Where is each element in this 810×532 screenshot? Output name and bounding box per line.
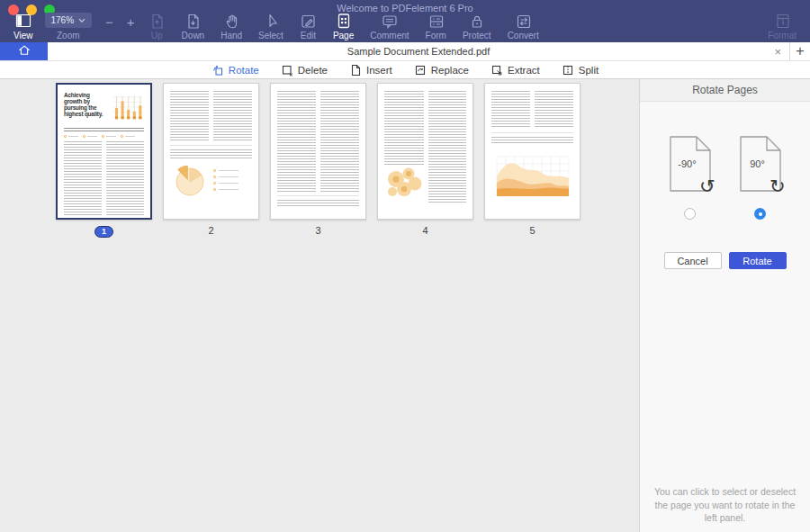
selected-page-badge: 1 [94, 226, 113, 238]
view-button[interactable]: View [5, 13, 41, 41]
page-slot-2: 2 [163, 83, 259, 239]
rotate-panel-buttons: Cancel Rotate [640, 252, 810, 269]
convert-label: Convert [508, 31, 539, 41]
page-up-icon [148, 13, 166, 29]
split-tool-button[interactable]: Split [562, 64, 598, 77]
thumbnails-row: Achieving growth by pursuing the highest… [56, 83, 639, 239]
replace-tool-label: Replace [431, 65, 469, 76]
page-toolbar: Rotate Delete Insert [0, 61, 810, 79]
page-thumbnail-4[interactable] [377, 83, 473, 220]
rotate-cw-radio[interactable] [754, 208, 766, 220]
home-tab[interactable] [0, 42, 48, 60]
rotate-ccw-radio[interactable] [684, 208, 696, 220]
replace-tool-button[interactable]: Replace [414, 64, 469, 77]
chevron-down-icon [78, 15, 86, 25]
select-tool-button[interactable]: Select [250, 13, 292, 41]
page-label: Page [333, 31, 354, 41]
page-up-button[interactable]: Up [140, 13, 174, 41]
candlestick-chart-preview [110, 92, 144, 124]
rotate-tool-label: Rotate [229, 65, 259, 76]
delete-tool-button[interactable]: Delete [281, 64, 328, 77]
page-number-4[interactable]: 4 [377, 225, 473, 239]
rotate-page-icon [212, 64, 224, 77]
rotate-ccw-option[interactable]: -90° ↺ [667, 135, 714, 220]
page1-intro-lines [64, 128, 144, 132]
split-tool-label: Split [579, 65, 598, 76]
page-thumbnail-1[interactable]: Achieving growth by pursuing the highest… [56, 83, 152, 220]
rotate-cw-label: 90° [737, 158, 778, 169]
page-number-1[interactable]: 1 [56, 225, 152, 239]
page1-preview-title: Achieving growth by pursuing the highest… [64, 92, 107, 124]
insert-tool-label: Insert [366, 65, 392, 76]
page-preview-content [170, 91, 252, 200]
convert-button[interactable]: Convert [500, 13, 547, 41]
hand-tool-button[interactable]: Hand [212, 13, 250, 41]
extract-tool-button[interactable]: Extract [490, 64, 540, 77]
page-number-3[interactable]: 3 [270, 225, 366, 239]
page-thumbnail-5[interactable] [484, 83, 580, 220]
page-slot-4: 4 [377, 83, 473, 239]
area-chart-preview [491, 149, 574, 205]
document-tab[interactable]: Sample Document Extended.pdf × [48, 42, 790, 60]
form-label: Form [426, 31, 446, 41]
extract-tool-label: Extract [508, 65, 540, 76]
insert-tool-button[interactable]: Insert [349, 64, 392, 77]
format-panel-icon [774, 13, 791, 29]
page-preview-content [384, 91, 466, 204]
rotate-cw-page-icon: 90° ↻ [737, 135, 784, 193]
pie-legend-preview [213, 166, 238, 194]
rotate-confirm-button[interactable]: Rotate [729, 252, 787, 269]
edit-button[interactable]: Edit [292, 13, 325, 41]
lock-icon [468, 13, 485, 29]
zoom-level-dropdown[interactable]: 176% [45, 13, 93, 28]
comment-label: Comment [370, 31, 409, 41]
rotate-tool-button[interactable]: Rotate [212, 64, 259, 77]
page-tab-button[interactable]: Page [325, 13, 362, 41]
new-tab-button[interactable]: + [790, 42, 810, 60]
page-thumbnail-3[interactable] [270, 83, 366, 220]
hand-icon [223, 13, 240, 29]
page-preview-content: Achieving growth by pursuing the highest… [64, 92, 144, 217]
close-tab-button[interactable]: × [774, 42, 781, 60]
main-content: Achieving growth by pursuing the highest… [0, 79, 810, 532]
rotate-cw-option[interactable]: 90° ↻ [737, 135, 784, 220]
comment-button[interactable]: Comment [362, 13, 417, 41]
page-down-button[interactable]: Down [174, 13, 213, 41]
bubble-chart-preview [384, 165, 424, 201]
zoom-in-button[interactable]: + [127, 15, 135, 41]
pie-chart-preview [170, 160, 208, 200]
cancel-button[interactable]: Cancel [664, 252, 722, 269]
zoom-out-button[interactable]: − [105, 15, 113, 41]
format-label: Format [768, 31, 796, 41]
rotate-ccw-arrow-icon: ↺ [699, 177, 716, 196]
tab-bar: Sample Document Extended.pdf × + [0, 42, 810, 61]
view-panel-icon [14, 13, 32, 29]
page-down-icon [184, 13, 202, 29]
page-thumbnail-2[interactable] [163, 83, 259, 220]
page-preview-content [491, 91, 573, 209]
format-button[interactable]: Format [760, 13, 805, 41]
page-number-5[interactable]: 5 [484, 225, 580, 239]
rotate-cw-arrow-icon: ↻ [770, 177, 786, 196]
page-number-2[interactable]: 2 [163, 225, 259, 239]
speech-bubble-icon [381, 13, 398, 29]
extract-page-icon [490, 64, 503, 77]
page1-bullet-row [64, 135, 144, 138]
delete-page-icon [281, 64, 293, 77]
page-slot-5: 5 [484, 83, 580, 239]
form-button[interactable]: Form [418, 13, 454, 41]
convert-arrows-icon [515, 13, 532, 29]
split-page-icon [562, 64, 574, 77]
page-slot-1: Achieving growth by pursuing the highest… [56, 83, 152, 239]
page-grid-icon [335, 13, 352, 29]
protect-label: Protect [463, 31, 491, 41]
rotate-ccw-label: -90° [667, 158, 708, 169]
rotate-options: -90° ↺ 90° ↻ [640, 135, 810, 220]
page-up-label: Up [151, 31, 163, 41]
main-toolbar: View 176% Zoom − + [5, 13, 805, 41]
page-slot-3: 3 [270, 83, 366, 239]
protect-button[interactable]: Protect [454, 13, 500, 41]
rotate-pages-panel: Rotate Pages -90° ↺ [639, 79, 810, 532]
hand-label: Hand [220, 31, 242, 41]
home-icon [17, 43, 32, 60]
